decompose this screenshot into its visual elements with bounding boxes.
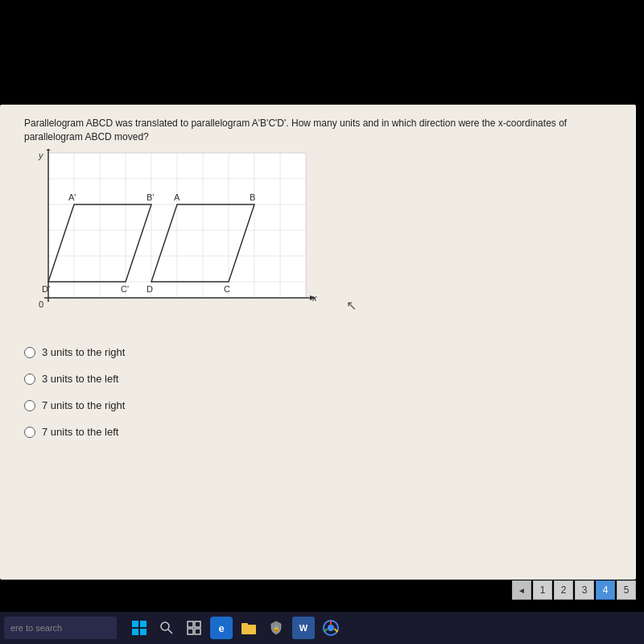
page-btn-1[interactable]: 1 <box>533 580 552 600</box>
svg-point-29 <box>161 622 169 630</box>
page-btn-3[interactable]: 3 <box>575 580 594 600</box>
x-axis-label: x <box>312 293 317 303</box>
svg-line-30 <box>168 630 172 634</box>
top-black-bar <box>0 0 644 105</box>
label-c-prime: C' <box>121 284 129 294</box>
word-icon[interactable]: W <box>292 617 315 639</box>
radio-b[interactable] <box>24 374 35 385</box>
svg-text:🔒: 🔒 <box>273 625 280 632</box>
taskbar-search-label: ere to search <box>10 623 62 633</box>
svg-rect-26 <box>140 621 147 627</box>
svg-rect-33 <box>188 629 193 634</box>
label-b: B <box>250 192 255 202</box>
answer-label-b: 3 units to the left <box>42 373 118 385</box>
radio-c[interactable] <box>24 400 35 411</box>
taskbar-icons: e 🔒 W <box>128 617 342 639</box>
security-icon[interactable]: 🔒 <box>265 617 287 639</box>
label-c: C <box>224 284 230 294</box>
prev-page-btn[interactable]: ◄ <box>512 580 531 600</box>
answer-label-a: 3 units to the right <box>42 346 125 358</box>
graph-container: y x 0 A' B' C' D' A B C D <box>24 149 322 326</box>
origin-label: 0 <box>39 299 43 309</box>
cursor-indicator: ↖ <box>346 298 362 314</box>
task-view-icon[interactable] <box>183 617 205 639</box>
taskbar-search[interactable]: ere to search <box>4 617 117 639</box>
svg-point-39 <box>328 625 334 631</box>
question-label: Parallelogram ABCD was translated to par… <box>24 118 567 142</box>
svg-rect-25 <box>132 621 138 627</box>
svg-rect-32 <box>195 621 200 627</box>
radio-d[interactable] <box>24 427 35 438</box>
svg-rect-27 <box>132 629 138 635</box>
answer-choice-d[interactable]: 7 units to the left <box>24 426 125 438</box>
answer-choice-a[interactable]: 3 units to the right <box>24 346 125 358</box>
svg-rect-31 <box>188 621 193 627</box>
page-btn-4[interactable]: 4 <box>596 580 615 600</box>
svg-rect-36 <box>242 623 248 626</box>
question-text: Parallelogram ABCD was translated to par… <box>24 117 612 144</box>
label-d: D <box>147 284 153 294</box>
answer-choice-c[interactable]: 7 units to the right <box>24 399 125 411</box>
svg-rect-28 <box>140 629 147 635</box>
svg-rect-34 <box>195 629 200 634</box>
page-btn-2[interactable]: 2 <box>554 580 573 600</box>
radio-a[interactable] <box>24 347 35 358</box>
answer-label-c: 7 units to the right <box>42 399 125 411</box>
svg-marker-22 <box>46 149 51 151</box>
coordinate-graph: y x 0 A' B' C' D' A B C D <box>24 149 322 326</box>
windows-icon[interactable] <box>128 617 151 639</box>
pagination-bar: ◄ 1 2 3 4 5 <box>512 580 636 600</box>
label-a-prime: A' <box>68 192 76 202</box>
answer-choice-b[interactable]: 3 units to the left <box>24 373 125 385</box>
answer-choices-container: 3 units to the right 3 units to the left… <box>24 346 125 452</box>
label-b-prime: B' <box>147 192 154 202</box>
page-btn-5[interactable]: 5 <box>617 580 636 600</box>
search-taskbar-icon[interactable] <box>155 617 178 639</box>
chrome-icon[interactable] <box>320 617 342 639</box>
y-axis-label: y <box>38 151 44 160</box>
label-a: A <box>174 192 180 202</box>
edge-icon[interactable]: e <box>210 617 233 639</box>
answer-label-d: 7 units to the left <box>42 426 118 438</box>
label-d-prime: D' <box>42 284 50 294</box>
taskbar: ere to search <box>0 612 644 644</box>
file-explorer-icon[interactable] <box>237 617 260 639</box>
